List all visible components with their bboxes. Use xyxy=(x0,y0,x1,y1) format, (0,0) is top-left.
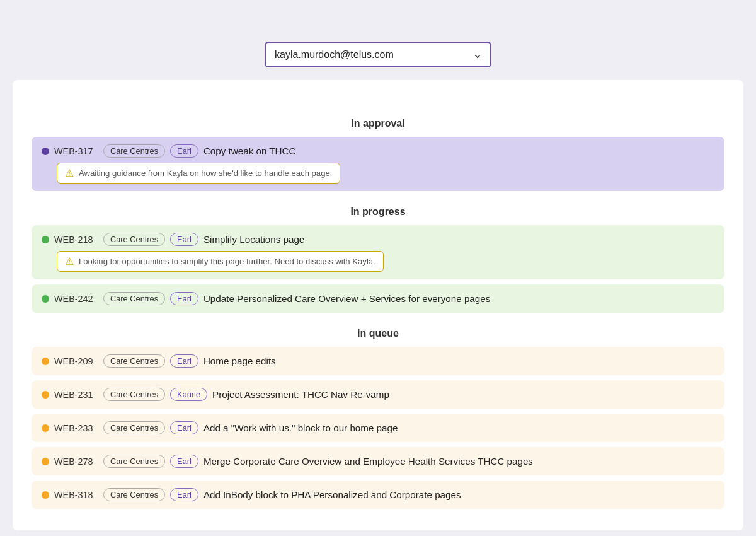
ticket-id: WEB-231 xyxy=(54,390,98,400)
request-row: WEB-317Care CentresEarlCopy tweak on THC… xyxy=(42,144,714,158)
list-item: WEB-209Care CentresEarlHome page edits xyxy=(32,347,724,375)
tag-care: Care Centres xyxy=(103,488,165,501)
tag-care: Care Centres xyxy=(103,233,165,246)
request-title: Add InBody block to PHA Personalized and… xyxy=(203,489,461,500)
ticket-id: WEB-233 xyxy=(54,423,98,433)
alert-box: ⚠Awaiting guidance from Kayla on how she… xyxy=(57,163,340,184)
ticket-id: WEB-218 xyxy=(54,235,98,245)
groups-container: In approvalWEB-317Care CentresEarlCopy t… xyxy=(32,118,724,509)
warning-icon: ⚠ xyxy=(65,255,74,267)
request-title: Home page edits xyxy=(203,356,276,366)
tag-karine: Karine xyxy=(170,388,207,401)
tag-care: Care Centres xyxy=(103,144,165,158)
request-title: Add a "Work with us." block to our home … xyxy=(203,422,398,433)
request-title: Merge Corporate Care Overview and Employ… xyxy=(203,456,533,467)
alert-box: ⚠Looking for opportunities to simplify t… xyxy=(57,251,384,272)
ticket-id: WEB-318 xyxy=(54,490,98,500)
request-row: WEB-318Care CentresEarlAdd InBody block … xyxy=(42,488,714,501)
tag-care: Care Centres xyxy=(103,354,165,368)
tag-care: Care Centres xyxy=(103,421,165,434)
status-dot xyxy=(42,358,49,365)
email-select-container[interactable]: kayla.murdoch@telus.com xyxy=(265,42,491,67)
request-row: WEB-231Care CentresKarineProject Assessm… xyxy=(42,388,714,401)
tag-care: Care Centres xyxy=(103,455,165,468)
status-dot xyxy=(42,148,49,155)
list-item: WEB-242Care CentresEarlUpdate Personaliz… xyxy=(32,284,724,313)
status-dot xyxy=(42,236,49,243)
request-title: Copy tweak on THCC xyxy=(203,146,296,156)
tag-care: Care Centres xyxy=(103,292,165,305)
list-item: WEB-231Care CentresKarineProject Assessm… xyxy=(32,380,724,409)
status-group-approval: In approvalWEB-317Care CentresEarlCopy t… xyxy=(32,118,724,191)
email-select-wrapper: kayla.murdoch@telus.com xyxy=(265,30,491,67)
tag-earl: Earl xyxy=(170,488,198,501)
request-row: WEB-278Care CentresEarlMerge Corporate C… xyxy=(42,455,714,468)
warning-icon: ⚠ xyxy=(65,167,74,179)
email-select[interactable]: kayla.murdoch@telus.com xyxy=(265,42,491,67)
request-row: WEB-209Care CentresEarlHome page edits xyxy=(42,354,714,368)
status-heading-approval: In approval xyxy=(32,118,724,129)
status-dot xyxy=(42,458,49,465)
status-heading-in-queue: In queue xyxy=(32,328,724,339)
list-item: WEB-278Care CentresEarlMerge Corporate C… xyxy=(32,447,724,475)
tag-earl: Earl xyxy=(170,455,198,468)
status-heading-in-progress: In progress xyxy=(32,206,724,218)
request-row: WEB-242Care CentresEarlUpdate Personaliz… xyxy=(42,292,714,305)
tag-earl: Earl xyxy=(170,144,198,158)
request-title: Simplify Locations page xyxy=(203,234,304,245)
status-dot xyxy=(42,391,49,399)
status-group-in-progress: In progressWEB-218Care CentresEarlSimpli… xyxy=(32,206,724,313)
request-row: WEB-233Care CentresEarlAdd a "Work with … xyxy=(42,421,714,434)
request-row: WEB-218Care CentresEarlSimplify Location… xyxy=(42,233,714,246)
tag-earl: Earl xyxy=(170,421,198,434)
ticket-id: WEB-278 xyxy=(54,457,98,467)
list-item: WEB-318Care CentresEarlAdd InBody block … xyxy=(32,481,724,509)
alert-text: Awaiting guidance from Kayla on how she'… xyxy=(79,168,332,178)
tag-earl: Earl xyxy=(170,233,198,246)
tag-earl: Earl xyxy=(170,292,198,305)
top-section: kayla.murdoch@telus.com xyxy=(0,0,756,80)
status-group-in-queue: In queueWEB-209Care CentresEarlHome page… xyxy=(32,328,724,509)
status-dot xyxy=(42,295,49,303)
alert-text: Looking for opportunities to simplify th… xyxy=(79,257,375,266)
status-dot xyxy=(42,491,49,499)
list-item: WEB-218Care CentresEarlSimplify Location… xyxy=(32,225,724,279)
ticket-id: WEB-317 xyxy=(54,146,98,156)
request-title: Project Assessment: THCC Nav Re-vamp xyxy=(212,389,389,400)
list-item: WEB-317Care CentresEarlCopy tweak on THC… xyxy=(32,137,724,191)
request-title: Update Personalized Care Overview + Serv… xyxy=(203,293,490,304)
tag-care: Care Centres xyxy=(103,388,165,401)
status-dot xyxy=(42,424,49,432)
ticket-id: WEB-242 xyxy=(54,294,98,304)
list-item: WEB-233Care CentresEarlAdd a "Work with … xyxy=(32,414,724,442)
content-card: In approvalWEB-317Care CentresEarlCopy t… xyxy=(13,80,743,530)
ticket-id: WEB-209 xyxy=(54,356,98,366)
tag-earl: Earl xyxy=(170,354,198,368)
